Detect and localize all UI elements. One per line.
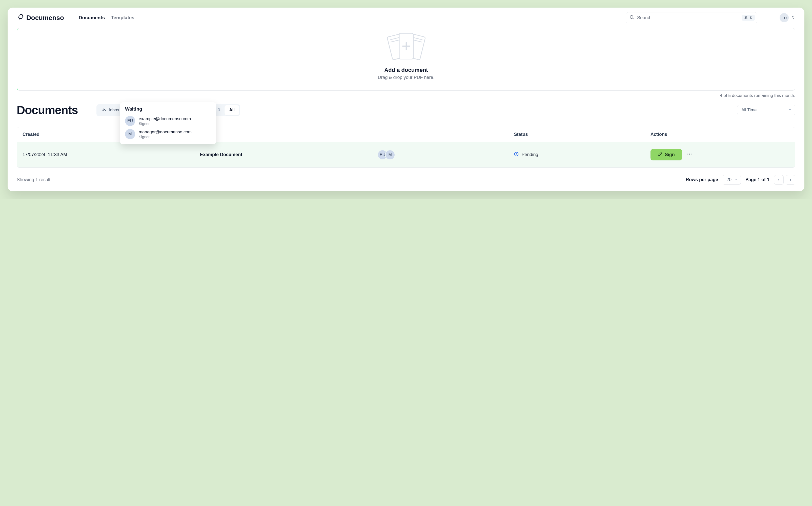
time-filter-select[interactable]: All Time [737,105,795,115]
svg-point-13 [691,154,692,155]
recipients-popover: Waiting EU example@documenso.com Signer … [120,102,216,144]
search-shortcut: ⌘+K [742,15,755,21]
user-avatar: EU [780,13,789,22]
dropzone-sub: Drag & drop your PDF here. [378,75,434,80]
recipient-email: example@documenso.com [139,116,191,121]
dropzone[interactable]: Add a document Drag & drop your PDF here… [17,28,795,91]
dropzone-title: Add a document [384,67,428,73]
recipient-email: manager@documenso.com [139,130,191,135]
results-text: Showing 1 result. [17,177,52,182]
content: Add a document Drag & drop your PDF here… [8,28,804,191]
status-text: Pending [521,152,538,157]
tab-inbox-label: Inbox [108,107,119,112]
svg-point-12 [689,154,690,155]
cell-actions: Sign [645,145,795,165]
time-filter-value: All Time [741,107,756,112]
recipient-role: Signer [139,121,191,126]
chevron-down-icon [735,177,738,182]
cell-title: Example Document [194,148,372,162]
signature-icon [102,107,106,113]
user-menu[interactable]: EU [780,13,795,22]
recipient-row: M manager@documenso.com Signer [125,128,211,141]
search-wrap: ⌘+K [626,12,757,23]
page-indicator: Page 1 of 1 [745,177,769,182]
search-icon [629,15,634,21]
recipient-avatars[interactable]: EU M [378,150,503,160]
prev-page-button[interactable] [774,175,784,185]
brand-icon [17,13,24,22]
chevron-down-icon [788,107,792,113]
document-stack-icon [379,31,434,65]
rows-per-page-label: Rows per page [686,177,718,182]
rows-value: 20 [726,177,732,182]
brand[interactable]: Documenso [17,13,64,22]
recipient-role: Signer [139,135,191,139]
svg-point-0 [630,15,633,18]
recipient-avatar: M [125,129,135,139]
next-page-button[interactable] [786,175,795,185]
tab-draft-count: 0 [218,107,220,112]
table-footer: Showing 1 result. Rows per page 20 Page … [17,175,795,185]
recipient-info: example@documenso.com Signer [139,116,191,126]
recipient-row: EU example@documenso.com Signer [125,114,211,128]
table-row[interactable]: 17/07/2024, 11:33 AM Example Document EU… [17,142,795,167]
cell-recipients: EU M [372,145,508,164]
sign-button[interactable]: Sign [651,149,682,160]
chevron-up-down-icon [791,15,795,20]
nav-documents[interactable]: Documents [79,15,105,20]
tab-all[interactable]: All [225,105,239,115]
nav-templates[interactable]: Templates [111,15,135,20]
quota-text: 4 of 5 documents remaining this month. [17,93,795,98]
page-title: Documents [17,103,78,117]
recipient-avatar: EU [125,116,135,126]
cell-created: 17/07/2024, 11:33 AM [17,148,194,162]
recipient-info: manager@documenso.com Signer [139,130,191,139]
popover-title: Waiting [125,106,211,112]
app-window: Documenso Documents Templates ⌘+K EU [8,8,804,191]
col-recipients [372,130,508,139]
tab-all-label: All [229,107,235,112]
col-actions: Actions [645,127,795,142]
col-status: Status [508,127,645,142]
avatar-chip: M [385,150,395,160]
pen-icon [658,152,662,158]
col-title: Title [194,127,372,142]
svg-point-11 [687,154,688,155]
topbar: Documenso Documents Templates ⌘+K EU [8,8,804,28]
clock-icon [514,152,519,158]
heading-row: Documents Inbox Draft 0 All [17,103,795,117]
more-actions-button[interactable] [687,151,692,158]
rows-per-page-select[interactable]: 20 [723,175,741,185]
nav: Documents Templates [79,15,135,20]
sign-label: Sign [665,152,675,157]
cell-status: Pending [508,147,645,162]
pager [774,175,795,185]
brand-text: Documenso [26,14,64,22]
search-input[interactable] [626,12,757,23]
